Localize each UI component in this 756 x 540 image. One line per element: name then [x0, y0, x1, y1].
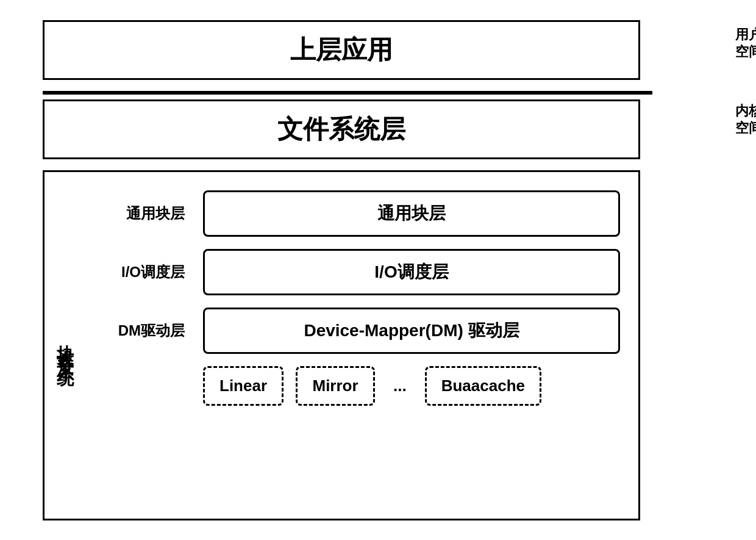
dm-driver-row: DM驱动层 Device-Mapper(DM) 驱动层: [105, 308, 620, 354]
block-device-vertical-label: 块设备子系统: [53, 331, 76, 360]
io-scheduler-box: I/O调度层: [203, 249, 620, 295]
diagram-container: 上层应用 用户空间 文件系统层 内核空间 块设备子系统 通用块层 通用块层 I/…: [43, 20, 713, 520]
filesystem-box: 文件系统层: [43, 99, 640, 159]
filesystem-section: 文件系统层 内核空间: [43, 99, 713, 159]
buaacache-box: Buaacache: [425, 366, 541, 406]
top-app-section: 上层应用 用户空间: [43, 20, 713, 80]
io-scheduler-row: I/O调度层 I/O调度层: [105, 249, 620, 295]
dashed-items-row: Linear Mirror ... Buaacache: [203, 366, 620, 406]
generic-block-row-label: 通用块层: [105, 204, 185, 223]
dm-driver-box: Device-Mapper(DM) 驱动层: [203, 308, 620, 354]
user-space-label: 用户空间: [735, 26, 756, 61]
block-device-content: 通用块层 通用块层 I/O调度层 I/O调度层 DM驱动层 Device-Map…: [105, 190, 620, 406]
filesystem-label: 文件系统层: [277, 115, 405, 143]
kernel-space-label: 内核空间: [735, 103, 756, 137]
block-device-section: 块设备子系统 通用块层 通用块层 I/O调度层 I/O调度层 DM驱动层 Dev…: [43, 170, 640, 520]
top-app-box: 上层应用: [43, 20, 640, 80]
linear-box: Linear: [203, 366, 284, 406]
dm-driver-row-label: DM驱动层: [105, 321, 185, 340]
top-app-label: 上层应用: [290, 35, 393, 64]
ellipsis-label: ...: [387, 368, 413, 404]
section-divider: [43, 91, 652, 95]
generic-block-row: 通用块层 通用块层: [105, 190, 620, 237]
io-scheduler-row-label: I/O调度层: [105, 262, 185, 282]
mirror-box: Mirror: [296, 366, 375, 406]
generic-block-box: 通用块层: [203, 190, 620, 237]
